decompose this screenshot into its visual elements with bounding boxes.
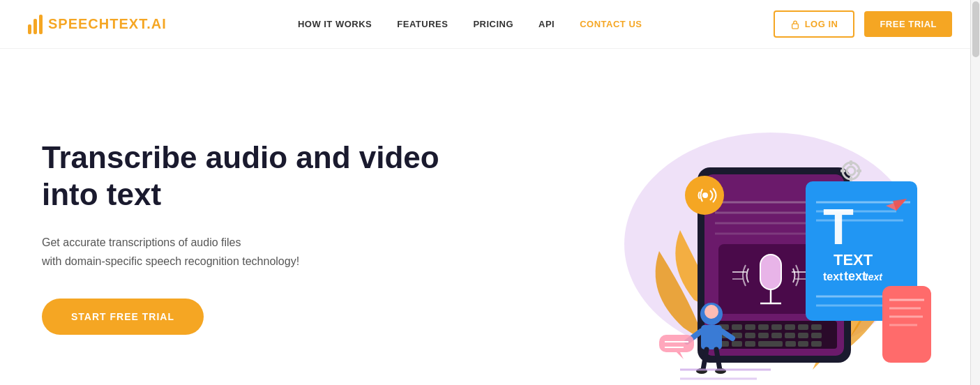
hero-illustration: T TEXT text text text (575, 91, 938, 384)
hero-content: Transcribe audio and video into text Get… (42, 139, 446, 335)
hero-desc-line1: Get accurate transcriptions of audio fil… (42, 236, 241, 248)
logo-main: SPEECHTEXT (48, 16, 146, 31)
wave-bar-2 (33, 19, 37, 34)
svg-rect-0 (792, 24, 798, 29)
lock-icon (790, 20, 800, 29)
svg-rect-19 (745, 324, 755, 330)
svg-marker-64 (677, 352, 684, 359)
login-button[interactable]: LOG IN (774, 10, 855, 38)
svg-rect-28 (758, 333, 769, 338)
svg-rect-21 (771, 324, 782, 330)
svg-rect-18 (732, 324, 742, 330)
svg-text:text: text (865, 271, 883, 282)
svg-text:TEXT: TEXT (834, 251, 873, 269)
svg-rect-22 (785, 324, 795, 330)
logo-text: SPEECHTEXT.AI (48, 16, 167, 32)
hero-title: Transcribe audio and video into text (42, 139, 446, 213)
svg-rect-36 (758, 341, 783, 347)
login-label: LOG IN (805, 19, 838, 29)
start-free-trial-button[interactable]: START FREE TRIAL (42, 299, 204, 335)
svg-text:T: T (823, 199, 854, 255)
hero-section: Transcribe audio and video into text Get… (0, 49, 980, 385)
svg-rect-20 (758, 324, 769, 330)
svg-rect-34 (732, 341, 742, 347)
svg-text:text: text (823, 271, 843, 282)
svg-rect-27 (745, 333, 755, 338)
logo[interactable]: SPEECHTEXT.AI (28, 15, 167, 34)
svg-line-59 (703, 349, 707, 370)
header: SPEECHTEXT.AI HOW IT WORKS FEATURES PRIC… (0, 0, 980, 49)
header-actions: LOG IN FREE TRIAL (774, 10, 952, 38)
wave-bar-1 (28, 24, 31, 34)
svg-rect-70 (850, 176, 852, 181)
illustration-svg: T TEXT text text text (575, 91, 938, 384)
svg-rect-30 (785, 333, 795, 338)
svg-rect-69 (850, 160, 852, 165)
svg-rect-29 (771, 333, 782, 338)
svg-rect-32 (811, 333, 822, 338)
nav-pricing[interactable]: PRICING (473, 19, 513, 29)
svg-rect-37 (785, 341, 796, 347)
svg-rect-24 (811, 324, 822, 330)
svg-point-55 (704, 305, 718, 319)
svg-text:text: text (844, 269, 866, 283)
svg-rect-31 (798, 333, 808, 338)
svg-rect-23 (798, 324, 808, 330)
nav-contact[interactable]: CONTACT US (580, 19, 642, 29)
nav-api[interactable]: API (538, 19, 555, 29)
svg-rect-71 (857, 169, 861, 172)
svg-rect-72 (840, 169, 845, 172)
svg-rect-63 (659, 335, 694, 352)
logo-accent: .AI (146, 16, 167, 31)
svg-rect-38 (798, 341, 808, 347)
svg-rect-35 (745, 341, 755, 347)
svg-rect-5 (760, 255, 781, 289)
main-nav: HOW IT WORKS FEATURES PRICING API CONTAC… (298, 19, 642, 29)
logo-waves-icon (28, 15, 43, 34)
hero-description: Get accurate transcriptions of audio fil… (42, 233, 446, 271)
nav-how-it-works[interactable]: HOW IT WORKS (298, 19, 372, 29)
free-trial-button[interactable]: FREE TRIAL (864, 11, 952, 37)
hero-desc-line2: with domain-specific speech recognition … (42, 255, 299, 267)
svg-rect-56 (701, 325, 722, 349)
svg-line-60 (716, 349, 720, 370)
nav-features[interactable]: FEATURES (397, 19, 448, 29)
svg-rect-39 (811, 341, 822, 347)
wave-bar-3 (39, 15, 43, 34)
